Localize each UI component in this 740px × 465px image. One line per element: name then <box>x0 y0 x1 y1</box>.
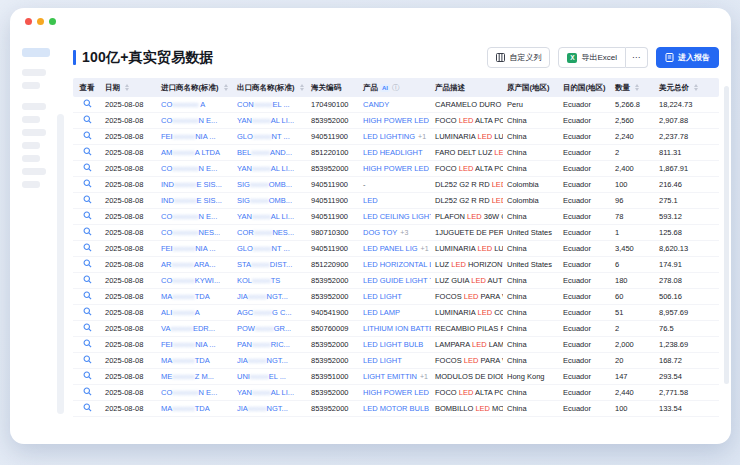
view-details-button[interactable] <box>83 355 92 366</box>
cell-product-link[interactable]: LED HEADLIGHT <box>359 148 431 157</box>
info-icon[interactable]: ⓘ <box>392 83 400 93</box>
view-details-button[interactable] <box>83 179 92 190</box>
cell-importer-link[interactable]: INDxxxxxxE SIS... <box>157 196 233 205</box>
cell-product-link[interactable]: LED LIGHT <box>359 356 431 365</box>
cell-importer-link[interactable]: COxxxxxxx A <box>157 100 233 109</box>
cell-exporter-link[interactable]: CORxxxxxNES... <box>233 228 307 237</box>
cell-importer-link[interactable]: MAxxxxxxTDA <box>157 404 233 413</box>
sort-icon[interactable] <box>635 84 639 91</box>
cell-exporter-link[interactable]: JIAxxxxxNGT... <box>233 404 307 413</box>
cell-product-link[interactable]: DOG TOY+3 <box>359 228 431 237</box>
cell-importer-link[interactable]: FEIxxxxxxNIA ... <box>157 340 233 349</box>
cell-importer-link[interactable]: COxxxxxxxNES... <box>157 228 233 237</box>
cell-exporter-link[interactable]: GLOxxxxxNT ... <box>233 132 307 141</box>
cell-importer-link[interactable]: FEIxxxxxxNIA ... <box>157 132 233 141</box>
cell-exporter-link[interactable]: UNIxxxxxEL ... <box>233 372 307 381</box>
minimize-window-icon[interactable] <box>37 18 44 25</box>
column-header-qty[interactable]: 数量 <box>611 83 655 93</box>
maximize-window-icon[interactable] <box>49 18 56 25</box>
column-header-importer[interactable]: 进口商名称(标准) <box>157 83 233 93</box>
cell-importer-link[interactable]: MExxxxxxZ M... <box>157 372 233 381</box>
enter-report-button[interactable]: 进入报告 <box>656 47 719 68</box>
cell-product-link[interactable]: HIGH POWER LED F <box>359 116 431 125</box>
column-header-date[interactable]: 日期 <box>101 83 157 93</box>
view-details-button[interactable] <box>83 147 92 158</box>
product-more-count-badge[interactable]: +1 <box>418 133 426 140</box>
close-window-icon[interactable] <box>25 18 32 25</box>
cell-importer-link[interactable]: COxxxxxxxN E... <box>157 388 233 397</box>
cell-exporter-link[interactable]: BELxxxxxAND... <box>233 148 307 157</box>
view-details-button[interactable] <box>83 99 92 110</box>
view-details-button[interactable] <box>83 323 92 334</box>
cell-exporter-link[interactable]: JIAxxxxxNGT... <box>233 356 307 365</box>
view-details-button[interactable] <box>83 115 92 126</box>
cell-exporter-link[interactable]: KOLxxxxxTS <box>233 276 307 285</box>
cell-importer-link[interactable]: INDxxxxxxE SIS... <box>157 180 233 189</box>
view-details-button[interactable] <box>83 387 92 398</box>
cell-product-link[interactable]: LED CEILING LIGHT <box>359 212 431 221</box>
view-details-button[interactable] <box>83 403 92 414</box>
cell-product-link[interactable]: HIGH POWER LED F <box>359 388 431 397</box>
view-details-button[interactable] <box>83 339 92 350</box>
sort-icon[interactable] <box>694 84 698 91</box>
column-header-total[interactable]: 美元总价 <box>655 83 711 93</box>
cell-exporter-link[interactable]: YANxxxxxAL LI... <box>233 388 307 397</box>
cell-importer-link[interactable]: COxxxxxxxN E... <box>157 212 233 221</box>
cell-exporter-link[interactable]: POWxxxxxGR... <box>233 324 307 333</box>
cell-importer-link[interactable]: COxxxxxxKYWI... <box>157 276 233 285</box>
export-excel-button[interactable]: X 导出Excel <box>558 47 626 68</box>
sort-icon[interactable] <box>224 84 228 91</box>
cell-importer-link[interactable]: AMxxxxxxA LTDA <box>157 148 233 157</box>
cell-exporter-link[interactable]: SIGxxxxxOMB... <box>233 196 307 205</box>
column-header-exporter[interactable]: 出口商名称(标准) <box>233 83 307 93</box>
view-details-button[interactable] <box>83 163 92 174</box>
cell-exporter-link[interactable]: CONxxxxxEL ... <box>233 100 307 109</box>
cell-product-link[interactable]: LED LIGHTING+1 <box>359 132 431 141</box>
cell-product-link[interactable]: LED PANEL LIG+1 <box>359 244 431 253</box>
cell-importer-link[interactable]: COxxxxxxxN E... <box>157 116 233 125</box>
cell-importer-link[interactable]: COxxxxxxxN E... <box>157 164 233 173</box>
cell-importer-link[interactable]: VAxxxxxxEDR... <box>157 324 233 333</box>
cell-exporter-link[interactable]: YANxxxxxAL LI... <box>233 116 307 125</box>
cell-product-link[interactable]: LED GUIDE LIGHT T <box>359 276 431 285</box>
view-details-button[interactable] <box>83 195 92 206</box>
sort-icon[interactable] <box>300 84 304 91</box>
cell-exporter-link[interactable]: GLOxxxxxNT ... <box>233 244 307 253</box>
cell-importer-link[interactable]: MAxxxxxxTDA <box>157 356 233 365</box>
cell-product-link[interactable]: LED MOTOR BULB <box>359 404 431 413</box>
cell-importer-link[interactable]: ALIxxxxxxA <box>157 308 233 317</box>
product-more-count-badge[interactable]: +3 <box>400 229 408 236</box>
view-details-button[interactable] <box>83 211 92 222</box>
cell-product-link[interactable]: LED LIGHT BULB <box>359 340 431 349</box>
cell-importer-link[interactable]: ARxxxxxxARA... <box>157 260 233 269</box>
cell-product-link[interactable]: CANDY <box>359 100 431 109</box>
sidebar-scrollbar[interactable] <box>57 114 64 414</box>
view-details-button[interactable] <box>83 131 92 142</box>
more-export-options-button[interactable]: ⋯ <box>626 47 648 68</box>
cell-importer-link[interactable]: MAxxxxxxTDA <box>157 292 233 301</box>
cell-product-link[interactable]: LIGHT EMITTIN+1 <box>359 372 431 381</box>
view-details-button[interactable] <box>83 243 92 254</box>
view-details-button[interactable] <box>83 307 92 318</box>
view-details-button[interactable] <box>83 371 92 382</box>
cell-exporter-link[interactable]: PANxxxxxRIC... <box>233 340 307 349</box>
view-details-button[interactable] <box>83 259 92 270</box>
cell-product-link[interactable]: HIGH POWER LED F <box>359 164 431 173</box>
view-details-button[interactable] <box>83 275 92 286</box>
product-more-count-badge[interactable]: +1 <box>420 373 428 380</box>
cell-exporter-link[interactable]: STAxxxxxDIST... <box>233 260 307 269</box>
product-more-count-badge[interactable]: +1 <box>421 245 429 252</box>
cell-exporter-link[interactable]: JIAxxxxxNGT... <box>233 292 307 301</box>
cell-product-link[interactable]: LED HORIZONTAL L <box>359 260 431 269</box>
customize-columns-button[interactable]: 自定义列 <box>487 47 550 68</box>
view-details-button[interactable] <box>83 227 92 238</box>
sort-icon[interactable] <box>125 84 129 91</box>
cell-product-link[interactable]: LED LAMP <box>359 308 431 317</box>
cell-exporter-link[interactable]: YANxxxxxAL LI... <box>233 164 307 173</box>
cell-product-link[interactable]: LED <box>359 196 431 205</box>
cell-product-link[interactable]: LED LIGHT <box>359 292 431 301</box>
cell-exporter-link[interactable]: YANxxxxxAL LI... <box>233 212 307 221</box>
cell-product-link[interactable]: LITHIUM ION BATTE <box>359 324 431 333</box>
cell-importer-link[interactable]: FEIxxxxxxNIA ... <box>157 244 233 253</box>
view-details-button[interactable] <box>83 291 92 302</box>
